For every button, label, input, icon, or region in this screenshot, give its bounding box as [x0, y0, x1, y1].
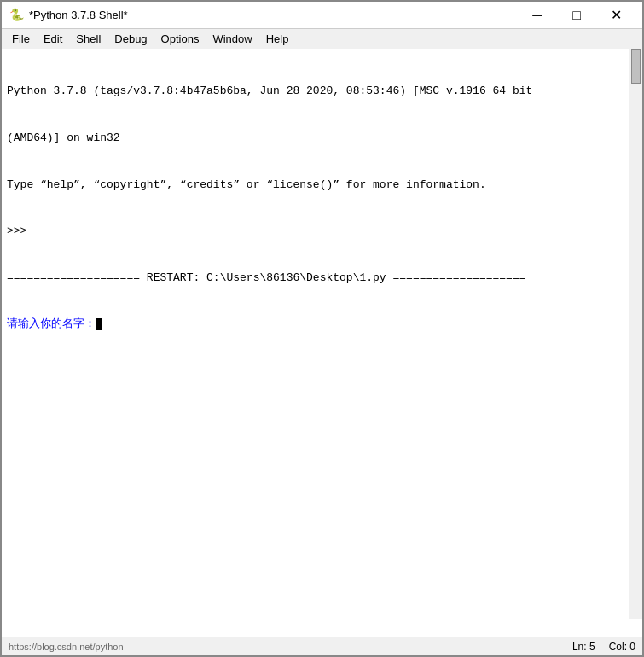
main-window: 🐍 *Python 3.7.8 Shell* ─ □ ✕ File Edit S…: [0, 0, 644, 657]
maximize-button[interactable]: □: [557, 2, 596, 29]
scrollbar-thumb[interactable]: [631, 49, 641, 84]
col-number: Col: 0: [609, 641, 635, 653]
menu-shell[interactable]: Shell: [69, 31, 107, 47]
shell-line-4: >>>: [7, 224, 637, 239]
shell-line-3: Type “help”, “copyright”, “credits” or “…: [7, 177, 637, 193]
minimize-button[interactable]: ─: [518, 2, 557, 29]
menu-file[interactable]: File: [5, 31, 37, 47]
cursor: [96, 318, 102, 330]
shell-restart-line: ==================== RESTART: C:\Users\8…: [7, 270, 637, 286]
shell-prompt-line: 请输入你的名字：: [7, 317, 637, 332]
title-bar: 🐍 *Python 3.7.8 Shell* ─ □ ✕: [2, 2, 642, 29]
menu-bar: File Edit Shell Debug Options Window Hel…: [2, 29, 642, 49]
shell-content[interactable]: Python 3.7.8 (tags/v3.7.8:4b47a5b6ba, Ju…: [2, 49, 642, 637]
scrollbar[interactable]: [629, 49, 642, 619]
watermark-text: https://blog.csdn.net/python: [9, 642, 559, 652]
menu-options[interactable]: Options: [154, 31, 206, 47]
window-controls: ─ □ ✕: [518, 2, 635, 29]
menu-window[interactable]: Window: [206, 31, 258, 47]
app-icon: 🐍: [9, 8, 24, 23]
shell-line-1: Python 3.7.8 (tags/v3.7.8:4b47a5b6ba, Ju…: [7, 84, 637, 99]
status-bar: https://blog.csdn.net/python Ln: 5 Col: …: [2, 637, 642, 655]
shell-line-2: (AMD64)] on win32: [7, 131, 637, 146]
menu-edit[interactable]: Edit: [37, 31, 69, 47]
menu-help[interactable]: Help: [259, 31, 296, 47]
menu-debug[interactable]: Debug: [107, 31, 154, 47]
close-button[interactable]: ✕: [596, 2, 635, 29]
window-title: *Python 3.7.8 Shell*: [29, 9, 518, 21]
line-number: Ln: 5: [572, 641, 595, 653]
shell-output: Python 3.7.8 (tags/v3.7.8:4b47a5b6ba, Ju…: [7, 53, 637, 363]
